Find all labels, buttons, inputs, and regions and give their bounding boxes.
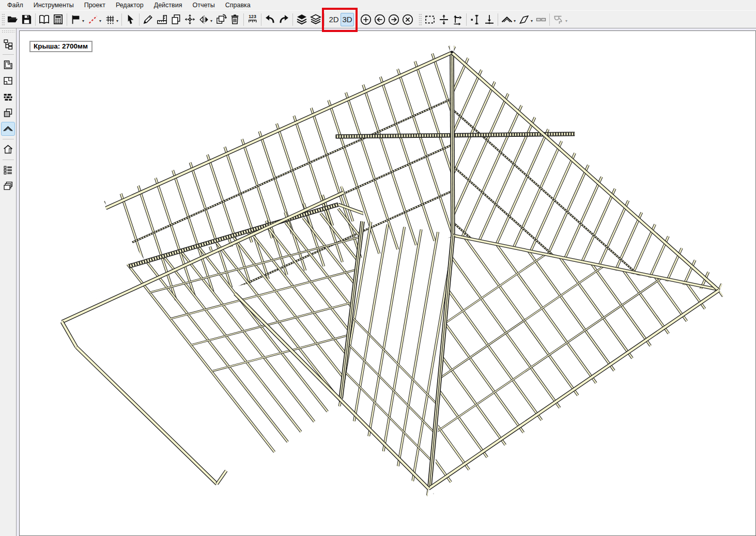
gutter-icon xyxy=(552,13,565,26)
dropdown-caret[interactable]: ▾ xyxy=(514,16,516,26)
project-tree-button[interactable] xyxy=(1,37,15,51)
roof-tool-button[interactable] xyxy=(1,122,15,136)
toolbar-separator xyxy=(121,13,122,26)
dropdown-caret[interactable]: ▾ xyxy=(99,16,101,26)
roof-tool-icon xyxy=(3,123,13,134)
open-button[interactable] xyxy=(6,12,20,26)
toolbar-separator xyxy=(261,13,261,26)
floor-plan-icon xyxy=(3,75,13,86)
bricks-button[interactable] xyxy=(1,90,15,104)
prev-view-button[interactable] xyxy=(373,12,387,26)
gutter-button[interactable]: ▾ xyxy=(551,12,568,26)
redo-button[interactable] xyxy=(277,12,291,26)
vertical-distribute-icon xyxy=(438,13,450,26)
next-view-button[interactable] xyxy=(387,12,400,26)
dropdown-caret[interactable]: ▾ xyxy=(82,16,84,26)
save-icon xyxy=(21,13,33,25)
undo-icon xyxy=(264,13,276,25)
layers-all-button[interactable] xyxy=(308,12,322,26)
layers-filled-icon xyxy=(296,13,308,26)
dropdown-caret[interactable]: ▾ xyxy=(531,16,533,26)
trash-icon xyxy=(229,13,241,25)
zoom-in-circle-icon xyxy=(360,13,372,26)
floor-plan-button[interactable] xyxy=(1,74,15,88)
zoom-in-button[interactable] xyxy=(359,12,373,26)
house-3d-icon xyxy=(3,144,13,155)
spec-list-button[interactable] xyxy=(1,163,15,177)
mirror-button[interactable]: ▾ xyxy=(197,12,214,26)
layers-current-button[interactable] xyxy=(295,12,308,26)
house-3d-button[interactable] xyxy=(1,143,15,156)
toolbar-separator xyxy=(357,13,357,26)
menu-project[interactable]: Проект xyxy=(79,0,111,11)
ruler-icon xyxy=(156,13,168,25)
select-area-button[interactable] xyxy=(423,12,437,26)
toolbar-gripper[interactable] xyxy=(419,13,422,26)
distribute-button[interactable] xyxy=(437,12,451,26)
numbering-button[interactable]: 123 xyxy=(245,12,259,26)
snap-grid-icon xyxy=(104,14,116,25)
toolbar-separator xyxy=(67,13,67,26)
toolbar-separator xyxy=(35,13,36,26)
save-button[interactable] xyxy=(20,12,34,26)
roof-label-tab: Крыша: 2700мм xyxy=(29,41,92,52)
menu-editor[interactable]: Редактор xyxy=(111,0,149,11)
copy-rotate-button[interactable] xyxy=(214,12,228,26)
move-button[interactable] xyxy=(183,12,197,26)
vertical-size-button[interactable] xyxy=(468,12,482,26)
prev-view-circle-icon xyxy=(374,13,386,26)
view-2d-button[interactable]: 2D xyxy=(327,13,341,26)
cancel-button[interactable] xyxy=(400,12,414,26)
menu-tools[interactable]: Инструменты xyxy=(28,0,79,11)
toolbar-separator xyxy=(466,13,467,26)
roof-3d-view[interactable] xyxy=(20,31,755,535)
aux-line-button[interactable]: ▾ xyxy=(86,12,103,26)
red-dash-line-icon xyxy=(87,14,99,25)
calculator-button[interactable] xyxy=(51,12,65,26)
measure-button[interactable] xyxy=(155,12,169,26)
snap-grid-button[interactable]: ▾ xyxy=(103,12,120,26)
app-window: Файл Инструменты Проект Редактор Действи… xyxy=(0,0,756,536)
sidebar-separator xyxy=(3,160,14,160)
copy-sheets-button[interactable] xyxy=(1,106,15,120)
delete-button[interactable] xyxy=(228,12,242,26)
contour-button[interactable] xyxy=(1,58,15,72)
sidebar-separator xyxy=(3,139,14,139)
dropdown-caret[interactable]: ▾ xyxy=(116,16,118,26)
dropdown-caret[interactable]: ▾ xyxy=(210,16,212,26)
drawing-canvas[interactable]: Крыша: 2700мм xyxy=(19,30,756,536)
bearing-point-button[interactable]: ▾ xyxy=(69,12,86,26)
menu-actions[interactable]: Действия xyxy=(149,0,188,11)
joints-icon xyxy=(535,13,547,26)
copy-icon xyxy=(170,13,182,25)
reference-book-button[interactable] xyxy=(37,12,51,26)
contour-icon xyxy=(3,59,13,70)
joints-button[interactable] xyxy=(534,12,548,26)
drop-height-icon xyxy=(483,13,496,26)
draw-button[interactable] xyxy=(141,12,155,26)
menu-file[interactable]: Файл xyxy=(2,0,28,11)
copy-button[interactable] xyxy=(169,12,183,26)
bricks-icon xyxy=(3,91,13,102)
rotate-move-icon xyxy=(452,13,464,26)
open-folder-icon xyxy=(7,13,19,25)
dropdown-caret[interactable]: ▾ xyxy=(565,16,567,26)
rotate-move-button[interactable] xyxy=(451,12,465,26)
select-button[interactable] xyxy=(124,12,137,26)
menu-help[interactable]: Справка xyxy=(220,0,256,11)
toolbar-separator xyxy=(139,13,140,26)
move-icon xyxy=(184,13,196,25)
toolbar-gripper[interactable] xyxy=(2,13,5,26)
roof-plane-button[interactable]: ▾ xyxy=(517,12,534,26)
main-toolbar: ▾ ▾ ▾ ▾ 123 2D 3D xyxy=(0,11,756,28)
sheets-button[interactable] xyxy=(1,179,15,193)
sidebar-gripper[interactable] xyxy=(2,30,15,33)
drop-height-button[interactable] xyxy=(482,12,496,26)
cancel-circle-icon xyxy=(402,13,414,26)
menu-reports[interactable]: Отчеты xyxy=(187,0,220,11)
roof-slope-button[interactable]: ▾ xyxy=(500,12,517,26)
undo-button[interactable] xyxy=(263,12,277,26)
view-3d-button[interactable]: 3D xyxy=(341,13,354,26)
sheets-icon xyxy=(3,181,13,192)
canvas-wrap: Крыша: 2700мм xyxy=(17,28,756,536)
